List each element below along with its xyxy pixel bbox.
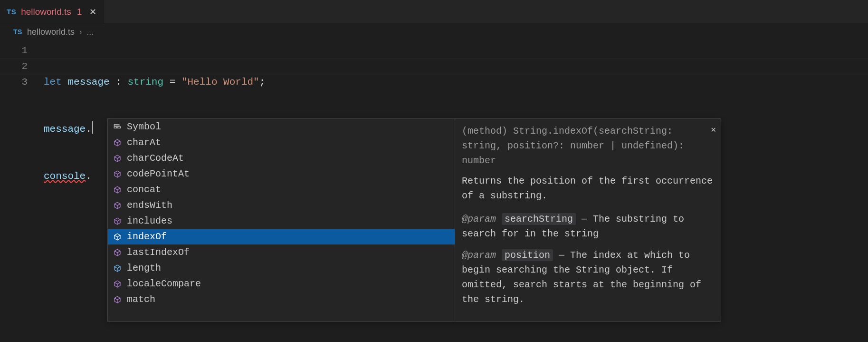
breadcrumb[interactable]: TS helloworld.ts › ... [0, 24, 868, 40]
token-punct: . [86, 124, 92, 135]
token-variable: message [67, 77, 109, 88]
typescript-icon: TS [13, 28, 22, 36]
param-doc: @param searchString — The substring to s… [462, 212, 714, 241]
suggestion-label: endsWith [127, 197, 172, 213]
suggestion-item[interactable]: charCodeAt [108, 150, 455, 166]
suggestion-label: charCodeAt [127, 150, 184, 166]
suggestion-label: codePointAt [127, 166, 190, 182]
token-error: console [44, 171, 86, 182]
token-punct: . [86, 171, 92, 182]
method-icon [113, 295, 122, 304]
suggestion-label: indexOf [127, 229, 167, 244]
suggestion-label: concat [127, 182, 161, 197]
suggestion-label: lastIndexOf [127, 244, 190, 260]
tab-dirty-indicator: 1 [77, 7, 82, 17]
suggestion-label: charAt [127, 135, 161, 150]
token-string: "Hello World" [181, 77, 259, 88]
suggestion-label: match [127, 292, 155, 307]
token-punct: ; [259, 77, 266, 88]
suggestion-item[interactable]: endsWith [108, 197, 455, 213]
suggestion-item[interactable]: charAt [108, 135, 455, 150]
breadcrumb-file[interactable]: helloworld.ts [27, 27, 75, 37]
suggestion-label: includes [127, 213, 172, 229]
token-type: string [127, 77, 163, 88]
param-doc: @param position — The index at which to … [462, 248, 714, 307]
text-cursor [92, 121, 93, 134]
line-number: 3 [0, 74, 28, 90]
tab-filename: helloworld.ts [21, 7, 71, 17]
close-icon[interactable]: ✕ [711, 124, 716, 137]
param-name: position [502, 249, 553, 261]
suggestion-item[interactable]: localeCompare [108, 276, 455, 292]
code-editor[interactable]: 1 2 3 let message : string = "Hello Worl… [0, 40, 868, 215]
suggestion-label: Symbol [127, 119, 161, 135]
line-number: 2 [0, 59, 28, 74]
method-icon [113, 232, 122, 242]
param-name: searchString [502, 213, 576, 225]
suggestion-item[interactable]: match [108, 292, 455, 307]
method-icon [113, 154, 122, 163]
method-icon [113, 185, 122, 195]
suggestion-item[interactable]: indexOf [108, 229, 455, 244]
method-description: Returns the position of the first occurr… [462, 174, 714, 203]
suggestion-label: localeCompare [127, 276, 201, 292]
suggestion-item[interactable]: lastIndexOf [108, 244, 455, 260]
intellisense-popup: Symbol charAt charCodeAt codePointAt con… [107, 118, 721, 322]
method-icon [113, 216, 122, 226]
tab-bar: TS helloworld.ts 1 ✕ [0, 0, 868, 24]
svg-rect-1 [114, 127, 116, 128]
code-line[interactable]: let message : string = "Hello World"; [44, 74, 265, 90]
suggestion-detail-panel: ✕ (method) String.indexOf(searchString: … [455, 119, 721, 321]
line-number-gutter: 1 2 3 [0, 40, 44, 215]
token-variable: message [44, 124, 86, 135]
method-icon [113, 248, 122, 257]
suggestion-item[interactable]: concat [108, 182, 455, 197]
keyword-icon [113, 122, 122, 132]
breadcrumb-ellipsis[interactable]: ... [86, 27, 94, 37]
method-icon [113, 169, 122, 179]
param-tag: @param [462, 214, 496, 225]
token-punct: = [163, 77, 181, 88]
token-punct: : [110, 77, 128, 88]
typescript-icon: TS [7, 8, 16, 16]
method-icon [113, 201, 122, 210]
method-signature: (method) String.indexOf(searchString: st… [462, 124, 714, 168]
editor-tab[interactable]: TS helloworld.ts 1 ✕ [0, 0, 105, 23]
suggestion-item[interactable]: codePointAt [108, 166, 455, 182]
method-icon [113, 138, 122, 147]
suggestion-item[interactable]: includes [108, 213, 455, 229]
suggestion-label: length [127, 260, 161, 276]
svg-rect-2 [117, 127, 121, 128]
param-text: — The index at which to begin searching … [462, 250, 701, 305]
field-icon [113, 264, 122, 273]
suggestion-list[interactable]: Symbol charAt charCodeAt codePointAt con… [108, 119, 455, 309]
close-icon[interactable]: ✕ [89, 8, 96, 16]
svg-rect-0 [114, 124, 119, 126]
suggestion-item[interactable]: Symbol [108, 119, 455, 135]
line-number: 1 [0, 43, 28, 59]
suggestion-item[interactable]: length [108, 260, 455, 276]
param-tag: @param [462, 250, 496, 261]
method-icon [113, 279, 122, 289]
chevron-right-icon: › [79, 28, 82, 36]
token-keyword: let [44, 77, 62, 88]
